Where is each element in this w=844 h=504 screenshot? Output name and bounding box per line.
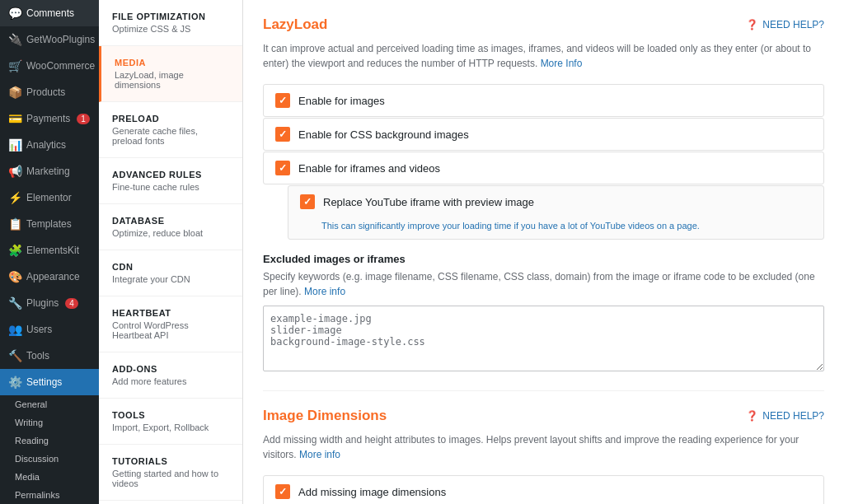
option-enable-images: Enable for images	[263, 84, 824, 117]
option-enable-images-label: Enable for images	[298, 95, 385, 107]
appearance-icon: 🎨	[8, 270, 21, 283]
image-dimensions-need-help[interactable]: ❓ NEED HELP?	[746, 410, 824, 422]
settings-submenu: General Writing Reading Discussion Media…	[0, 395, 99, 504]
sidebar-item-analytics[interactable]: 📊 Analytics	[0, 132, 99, 158]
exclusion-section: Excluded images or iframes Specify keywo…	[263, 253, 824, 374]
main-content: LazyLoad ❓ NEED HELP? It can improve act…	[243, 0, 844, 504]
checkbox-enable-css-bg[interactable]	[275, 127, 290, 142]
lazyload-description: It can improve actual and perceived load…	[263, 41, 824, 71]
rocket-menu-addons[interactable]: ADD-ONS Add more features	[99, 352, 242, 399]
analytics-icon: 📊	[8, 138, 21, 152]
sidebar-item-marketing[interactable]: 📢 Marketing	[0, 158, 99, 184]
lazyload-need-help[interactable]: ❓ NEED HELP?	[746, 19, 824, 30]
rocket-menu-tools[interactable]: TOOLS Import, Export, Rollback	[99, 399, 242, 445]
rocket-menu-database[interactable]: DATABASE Optimize, reduce bloat	[99, 204, 242, 250]
checkbox-add-dimensions[interactable]	[275, 484, 290, 499]
sidebar-item-appearance[interactable]: 🎨 Appearance	[0, 264, 99, 290]
rocket-menu-heartbeat[interactable]: HEARTBEAT Control WordPress Heartbeat AP…	[99, 296, 242, 352]
option-youtube: Replace YouTube iframe with preview imag…	[288, 185, 824, 240]
plugins-icon: 🔧	[8, 296, 21, 310]
checkbox-enable-iframes[interactable]	[275, 161, 290, 175]
sidebar-item-elementor[interactable]: ⚡ Elementor	[0, 184, 99, 211]
option-enable-iframes-label: Enable for iframes and videos	[298, 162, 440, 175]
sidebar-item-plugins[interactable]: 🔧 Plugins 4	[0, 290, 99, 316]
checkbox-youtube[interactable]	[300, 194, 315, 209]
sidebar-item-getwoo[interactable]: 🔌 GetWooPlugins	[0, 26, 99, 53]
payments-icon: 💳	[8, 112, 21, 125]
image-dimensions-more-info-link[interactable]: More info	[299, 449, 340, 460]
exclusion-desc: Specify keywords (e.g. image filename, C…	[263, 269, 824, 299]
payments-badge: 1	[77, 114, 90, 124]
option-enable-iframes: Enable for iframes and videos	[263, 152, 824, 184]
sidebar-item-payments[interactable]: 💳 Payments 1	[0, 105, 99, 132]
checkbox-enable-images[interactable]	[275, 93, 290, 108]
left-sidebar: 💬 Comments 🔌 GetWooPlugins 🛒 WooCommerce…	[0, 0, 99, 504]
tools-icon: 🔨	[8, 349, 21, 362]
section-divider	[263, 390, 824, 391]
option-add-dimensions: Add missing image dimensions	[263, 475, 824, 504]
rocket-menu-cdn[interactable]: CDN Integrate your CDN	[99, 250, 242, 296]
image-dimensions-desc: Add missing width and height attributes …	[263, 432, 824, 462]
exclusion-more-info-link[interactable]: More info	[304, 286, 345, 297]
exclusion-title: Excluded images or iframes	[263, 253, 824, 265]
elementor-icon: ⚡	[8, 191, 21, 204]
help-circle-icon: ❓	[746, 19, 758, 30]
plugins-badge: 4	[65, 298, 78, 309]
users-icon: 👥	[8, 323, 21, 336]
settings-icon: ⚙️	[8, 376, 21, 389]
products-icon: 📦	[8, 86, 21, 99]
rocket-menu-advanced-rules[interactable]: ADVANCED RULES Fine-tune cache rules	[99, 158, 242, 204]
image-dimensions-title: Image Dimensions	[263, 408, 387, 424]
rocket-sidebar: FILE OPTIMIZATION Optimize CSS & JS MEDI…	[99, 0, 243, 504]
sidebar-item-tools[interactable]: 🔨 Tools	[0, 343, 99, 369]
lazyload-title: LazyLoad	[263, 16, 327, 33]
option-enable-css-bg-label: Enable for CSS background images	[298, 128, 469, 141]
option-enable-css-bg: Enable for CSS background images	[263, 118, 824, 151]
sidebar-item-templates[interactable]: 📋 Templates	[0, 211, 99, 237]
elementskit-icon: 🧩	[8, 244, 21, 257]
sidebar-item-products[interactable]: 📦 Products	[0, 79, 99, 105]
sub-reading[interactable]: Reading	[8, 432, 99, 450]
sub-writing[interactable]: Writing	[8, 413, 99, 432]
sidebar-item-settings[interactable]: ⚙️ Settings	[0, 369, 99, 395]
rocket-menu-preload[interactable]: PRELOAD Generate cache files, preload fo…	[99, 102, 242, 158]
rocket-menu-tutorials[interactable]: TUTORIALS Getting started and how to vid…	[99, 445, 242, 501]
option-add-dimensions-label: Add missing image dimensions	[298, 486, 446, 498]
lazyload-more-info-link[interactable]: More Info	[541, 58, 583, 69]
youtube-option-label: Replace YouTube iframe with preview imag…	[323, 196, 534, 208]
rocket-menu-media[interactable]: MEDIA LazyLoad, image dimensions	[99, 46, 242, 102]
youtube-option-note: This can significantly improve your load…	[321, 221, 700, 231]
image-dimensions-header: Image Dimensions ❓ NEED HELP?	[263, 408, 824, 424]
help-circle-icon-2: ❓	[746, 410, 758, 422]
getwoo-icon: 🔌	[8, 33, 21, 46]
youtube-option-main: Replace YouTube iframe with preview imag…	[300, 194, 534, 209]
sidebar-item-woocommerce[interactable]: 🛒 WooCommerce	[0, 53, 99, 79]
sub-media[interactable]: Media	[8, 468, 99, 486]
exclusion-textarea[interactable]: example-image.jpg slider-image backgroun…	[263, 306, 824, 371]
templates-icon: 📋	[8, 217, 21, 231]
comments-icon: 💬	[8, 7, 21, 20]
rocket-menu-file-optimization[interactable]: FILE OPTIMIZATION Optimize CSS & JS	[99, 0, 242, 46]
sub-discussion[interactable]: Discussion	[8, 450, 99, 468]
woo-icon: 🛒	[8, 59, 21, 72]
sidebar-item-users[interactable]: 👥 Users	[0, 316, 99, 343]
sidebar-item-elementskit[interactable]: 🧩 ElementsKit	[0, 237, 99, 264]
sub-permalinks[interactable]: Permalinks	[8, 486, 99, 504]
sub-general[interactable]: General	[8, 395, 99, 413]
marketing-icon: 📢	[8, 165, 21, 178]
lazyload-section-header: LazyLoad ❓ NEED HELP?	[263, 16, 824, 33]
sidebar-item-comments[interactable]: 💬 Comments	[0, 0, 99, 26]
